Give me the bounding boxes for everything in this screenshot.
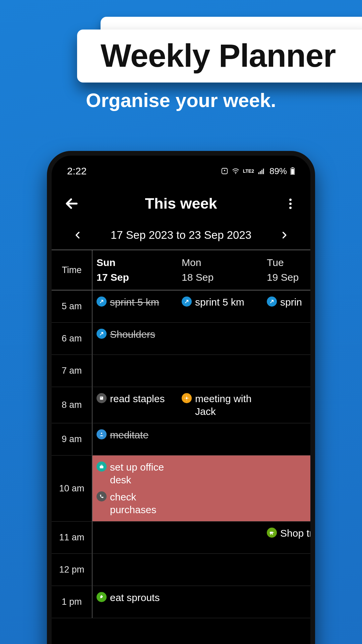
grid-cell[interactable]: sprin <box>263 290 315 322</box>
grid-cell[interactable] <box>178 323 263 355</box>
day-column-header[interactable]: Tue19 Sep <box>263 250 315 290</box>
event-text: sprin <box>280 296 302 309</box>
event-item[interactable]: Shoulders <box>97 327 174 342</box>
grid-cell[interactable]: Shop trip <box>263 522 315 553</box>
event-item[interactable]: meditate <box>97 427 174 443</box>
svg-rect-5 <box>263 169 264 174</box>
chevron-left-icon <box>73 230 82 240</box>
battery-text: 89% <box>269 166 287 176</box>
grid-cell[interactable] <box>263 554 315 586</box>
event-item[interactable]: Shop trip <box>267 526 315 541</box>
promo-title: Weekly Planner <box>101 37 362 74</box>
event-text: sprint 5 km <box>195 296 244 309</box>
grid-cell[interactable] <box>263 387 315 423</box>
time-column-header: Time <box>52 250 93 290</box>
grid-cell[interactable] <box>93 522 178 553</box>
event-text: meeting with Jack <box>195 392 259 418</box>
day-column-header[interactable]: Mon18 Sep <box>178 250 263 290</box>
app-header: This week <box>52 179 310 223</box>
event-item[interactable]: read staples <box>97 391 174 407</box>
grid-row: 12 pm <box>52 554 310 586</box>
grid-cell[interactable] <box>93 355 178 387</box>
prev-week-button[interactable] <box>72 229 84 241</box>
grid-cell[interactable] <box>178 586 263 618</box>
cart-icon <box>267 528 277 538</box>
dot-icon <box>289 199 292 201</box>
grid-cell[interactable] <box>178 522 263 553</box>
event-item[interactable]: meeting with Jack <box>182 391 259 419</box>
time-label: 11 am <box>52 522 93 553</box>
grid-cell[interactable] <box>178 423 263 455</box>
status-time: 2:22 <box>67 165 86 177</box>
svg-rect-4 <box>261 170 262 174</box>
planner-grid: Time Sun17 SepMon18 SepTue19 Sep 5 amspr… <box>52 250 310 618</box>
grid-cell[interactable]: eat sprouts <box>93 586 178 618</box>
event-item[interactable]: check purchases <box>97 489 174 517</box>
grid-cell[interactable] <box>178 455 263 521</box>
phone-button <box>47 253 48 290</box>
grid-cell[interactable]: sprint 5 km <box>93 290 178 322</box>
time-label: 8 am <box>52 387 93 423</box>
grid-header-row: Time Sun17 SepMon18 SepTue19 Sep <box>52 250 310 290</box>
event-text: read staples <box>110 392 165 405</box>
grid-cell[interactable] <box>263 586 315 618</box>
grid-cell[interactable]: Shoulders <box>93 323 178 355</box>
svg-rect-10 <box>101 397 102 397</box>
svg-point-21 <box>272 534 273 535</box>
event-text: meditate <box>110 429 148 441</box>
briefcase-icon <box>97 462 107 472</box>
time-label: 7 am <box>52 355 93 387</box>
event-item[interactable]: eat sprouts <box>97 590 174 605</box>
svg-rect-17 <box>100 466 104 468</box>
grid-cell[interactable]: set up office deskcheck purchases <box>93 455 178 521</box>
svg-point-20 <box>270 534 271 535</box>
event-text: Shoulders <box>110 328 155 341</box>
grid-cell[interactable] <box>263 323 315 355</box>
grid-row: 7 am <box>52 355 310 387</box>
chevron-right-icon <box>280 230 289 240</box>
run-icon <box>267 297 277 307</box>
day-column-header[interactable]: Sun17 Sep <box>93 250 178 290</box>
run-icon <box>182 297 192 307</box>
header-title: This week <box>145 195 217 212</box>
grid-cell[interactable]: meeting with Jack <box>178 387 263 423</box>
svg-point-1 <box>235 173 236 174</box>
time-label: 5 am <box>52 290 93 322</box>
grid-cell[interactable] <box>263 423 315 455</box>
back-button[interactable] <box>64 196 80 212</box>
event-item[interactable]: sprin <box>267 294 315 310</box>
grid-cell[interactable]: meditate <box>93 423 178 455</box>
dot-icon <box>289 203 292 205</box>
svg-rect-19 <box>270 532 273 534</box>
run-icon <box>97 329 107 339</box>
svg-rect-2 <box>258 172 259 174</box>
grid-cell[interactable]: sprint 5 km <box>178 290 263 322</box>
grid-cell[interactable] <box>263 455 315 521</box>
phone-button <box>314 263 315 310</box>
event-item[interactable]: sprint 5 km <box>97 294 174 310</box>
status-bar: 2:22 LTE2 89% <box>52 156 310 179</box>
phone-icon <box>97 491 107 501</box>
grid-cell[interactable] <box>263 355 315 387</box>
svg-rect-8 <box>291 169 294 174</box>
wifi-icon <box>232 167 240 175</box>
battery-icon <box>290 167 295 175</box>
more-menu-button[interactable] <box>282 196 298 212</box>
next-week-button[interactable] <box>278 229 290 241</box>
grid-cell[interactable] <box>178 554 263 586</box>
grid-cell[interactable]: read staples <box>93 387 178 423</box>
book-icon <box>97 393 107 403</box>
date-range-label[interactable]: 17 Sep 2023 to 23 Sep 2023 <box>111 229 251 241</box>
grid-cell[interactable] <box>178 355 263 387</box>
event-item[interactable]: set up office desk <box>97 460 174 487</box>
day-of-week-label: Tue <box>267 257 315 268</box>
date-navigator: 17 Sep 2023 to 23 Sep 2023 <box>52 223 310 250</box>
svg-rect-3 <box>260 171 261 174</box>
event-text: set up office desk <box>110 461 174 486</box>
time-label: 12 pm <box>52 554 93 586</box>
grid-cell[interactable] <box>93 554 178 586</box>
run-icon <box>97 297 107 307</box>
grid-row: 11 amShop trip <box>52 522 310 554</box>
event-item[interactable]: sprint 5 km <box>182 294 259 310</box>
sun-icon <box>182 393 192 403</box>
